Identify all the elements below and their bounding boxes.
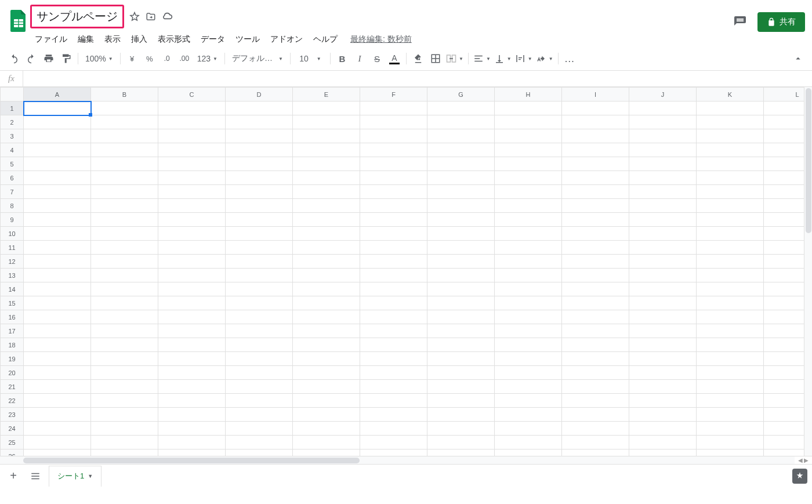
- cell[interactable]: [629, 366, 697, 380]
- menu-format[interactable]: 表示形式: [153, 32, 195, 47]
- menu-tools[interactable]: ツール: [231, 32, 264, 47]
- cell[interactable]: [360, 129, 427, 143]
- cell[interactable]: [697, 449, 764, 456]
- cell[interactable]: [91, 101, 158, 115]
- row-header[interactable]: 12: [1, 255, 24, 269]
- cell[interactable]: [293, 213, 360, 227]
- cell[interactable]: [495, 296, 562, 310]
- cell[interactable]: [764, 115, 804, 129]
- cell[interactable]: [495, 380, 562, 394]
- cell[interactable]: [24, 422, 91, 436]
- cell[interactable]: [158, 255, 226, 269]
- cell[interactable]: [91, 129, 158, 143]
- cell[interactable]: [697, 422, 764, 436]
- cell[interactable]: [562, 157, 629, 171]
- cell[interactable]: [293, 366, 360, 380]
- cell[interactable]: [293, 408, 360, 422]
- cell[interactable]: [562, 310, 629, 324]
- cell[interactable]: [293, 143, 360, 157]
- column-header[interactable]: L: [764, 88, 804, 101]
- cell[interactable]: [764, 310, 804, 324]
- cell[interactable]: [158, 171, 226, 185]
- cell[interactable]: [293, 199, 360, 213]
- cell[interactable]: [764, 171, 804, 185]
- cell[interactable]: [697, 129, 764, 143]
- cell[interactable]: [764, 352, 804, 366]
- cell[interactable]: [226, 282, 293, 296]
- cell[interactable]: [158, 380, 226, 394]
- cell[interactable]: [158, 310, 226, 324]
- cell[interactable]: [427, 269, 495, 282]
- cell[interactable]: [427, 157, 495, 171]
- cell[interactable]: [91, 282, 158, 296]
- cell[interactable]: [764, 143, 804, 157]
- more-tools-button[interactable]: …: [562, 50, 578, 67]
- cell[interactable]: [293, 352, 360, 366]
- cell[interactable]: [24, 213, 91, 227]
- cell[interactable]: [158, 269, 226, 282]
- italic-button[interactable]: I: [351, 50, 368, 67]
- cell[interactable]: [158, 241, 226, 255]
- column-header[interactable]: K: [697, 88, 764, 101]
- cell[interactable]: [427, 352, 495, 366]
- cell[interactable]: [91, 185, 158, 199]
- cell[interactable]: [764, 408, 804, 422]
- add-sheet-button[interactable]: +: [5, 467, 22, 485]
- cell[interactable]: [562, 101, 629, 115]
- row-header[interactable]: 9: [1, 213, 24, 227]
- cell[interactable]: [764, 324, 804, 338]
- paint-format-button[interactable]: [58, 50, 74, 67]
- cell[interactable]: [629, 241, 697, 255]
- cell[interactable]: [226, 366, 293, 380]
- cell[interactable]: [226, 199, 293, 213]
- cell[interactable]: [24, 408, 91, 422]
- row-header[interactable]: 2: [1, 115, 24, 129]
- cell[interactable]: [495, 422, 562, 436]
- cell[interactable]: [226, 171, 293, 185]
- cell[interactable]: [629, 129, 697, 143]
- row-header[interactable]: 23: [1, 408, 24, 422]
- cell[interactable]: [764, 129, 804, 143]
- cell[interactable]: [91, 143, 158, 157]
- cell[interactable]: [24, 394, 91, 408]
- column-header[interactable]: D: [226, 88, 293, 101]
- explore-button[interactable]: [792, 469, 807, 484]
- cell[interactable]: [24, 129, 91, 143]
- cell[interactable]: [293, 171, 360, 185]
- vertical-align-button[interactable]: ▼: [493, 50, 513, 67]
- menu-file[interactable]: ファイル: [30, 32, 72, 47]
- cell[interactable]: [360, 101, 427, 115]
- cell[interactable]: [495, 157, 562, 171]
- cell[interactable]: [629, 115, 697, 129]
- cell[interactable]: [764, 436, 804, 449]
- cell[interactable]: [360, 394, 427, 408]
- cell[interactable]: [562, 213, 629, 227]
- row-header[interactable]: 6: [1, 171, 24, 185]
- column-header[interactable]: F: [360, 88, 427, 101]
- cell[interactable]: [629, 408, 697, 422]
- menu-help[interactable]: ヘルプ: [309, 32, 342, 47]
- cell[interactable]: [697, 227, 764, 241]
- formula-input[interactable]: [23, 71, 812, 86]
- cell[interactable]: [360, 408, 427, 422]
- cell[interactable]: [427, 129, 495, 143]
- cell[interactable]: [91, 227, 158, 241]
- cell[interactable]: [24, 310, 91, 324]
- cell[interactable]: [495, 282, 562, 296]
- cell[interactable]: [158, 143, 226, 157]
- cell[interactable]: [764, 101, 804, 115]
- cell[interactable]: [360, 436, 427, 449]
- cell[interactable]: [495, 227, 562, 241]
- cell[interactable]: [158, 227, 226, 241]
- cell[interactable]: [495, 366, 562, 380]
- row-header[interactable]: 22: [1, 394, 24, 408]
- cell[interactable]: [91, 436, 158, 449]
- cell[interactable]: [764, 394, 804, 408]
- cell[interactable]: [495, 115, 562, 129]
- cell[interactable]: [24, 227, 91, 241]
- cell[interactable]: [360, 366, 427, 380]
- cell[interactable]: [91, 171, 158, 185]
- cell[interactable]: [226, 338, 293, 352]
- redo-button[interactable]: [23, 50, 39, 67]
- cell[interactable]: [158, 422, 226, 436]
